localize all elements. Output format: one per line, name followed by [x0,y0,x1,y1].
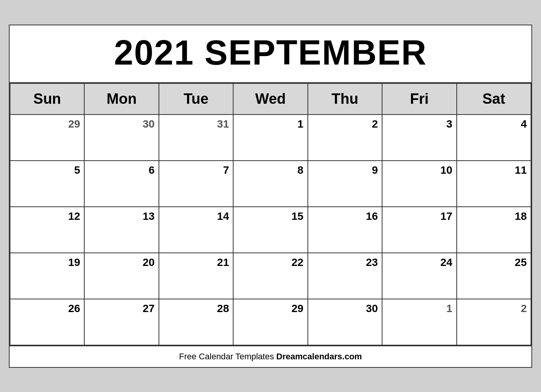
day-header-mon: Mon [84,83,159,115]
footer-plain-text: Free Calendar Templates [179,352,276,361]
calendar-day: 21 [159,253,233,299]
calendar-day: 29 [233,299,307,345]
calendar-day: 28 [159,299,233,345]
calendar-day: 7 [159,161,233,207]
calendar-day: 16 [308,207,382,253]
calendar-week-row: 567891011 [10,161,531,207]
footer-brand-text: Dreamcalendars.com [276,352,362,361]
calendar-day: 5 [10,161,84,207]
day-header-wed: Wed [233,83,307,115]
calendar-day: 19 [10,253,84,299]
calendar-week-row: 12131415161718 [10,207,531,253]
day-header-fri: Fri [382,83,456,115]
calendar-day: 1 [382,299,456,345]
calendar-grid: SunMonTueWedThuFriSat 293031123456789101… [10,83,531,345]
calendar-day: 22 [233,253,307,299]
day-header-sat: Sat [457,83,531,115]
calendar-day: 13 [84,207,159,253]
calendar-day: 12 [10,207,84,253]
day-header-tue: Tue [159,83,233,115]
calendar-day: 2 [457,299,531,345]
calendar-day: 1 [233,115,307,161]
days-header-row: SunMonTueWedThuFriSat [10,83,531,115]
calendar-week-row: 19202122232425 [10,253,531,299]
calendar-day: 30 [84,115,159,161]
calendar-week-row: 2930311234 [10,115,531,161]
day-header-sun: Sun [10,83,84,115]
calendar-title: 2021 SEPTEMBER [10,25,531,83]
calendar-day: 17 [382,207,456,253]
calendar-day: 11 [457,161,531,207]
calendar-day: 2 [308,115,382,161]
calendar-day: 31 [159,115,233,161]
calendar-day: 10 [382,161,456,207]
calendar-container: 2021 SEPTEMBER SunMonTueWedThuFriSat 293… [9,25,532,368]
calendar-day: 18 [457,207,531,253]
calendar-day: 29 [10,115,84,161]
calendar-day: 8 [233,161,307,207]
calendar-day: 27 [84,299,159,345]
calendar-day: 4 [457,115,531,161]
calendar-footer: Free Calendar Templates Dreamcalendars.c… [10,345,531,367]
calendar-day: 30 [308,299,382,345]
calendar-day: 3 [382,115,456,161]
calendar-day: 26 [10,299,84,345]
calendar-day: 14 [159,207,233,253]
calendar-day: 23 [308,253,382,299]
day-header-thu: Thu [308,83,382,115]
calendar-day: 25 [457,253,531,299]
calendar-day: 9 [308,161,382,207]
calendar-day: 15 [233,207,307,253]
calendar-week-row: 262728293012 [10,299,531,345]
calendar-day: 6 [84,161,159,207]
calendar-day: 20 [84,253,159,299]
calendar-day: 24 [382,253,456,299]
